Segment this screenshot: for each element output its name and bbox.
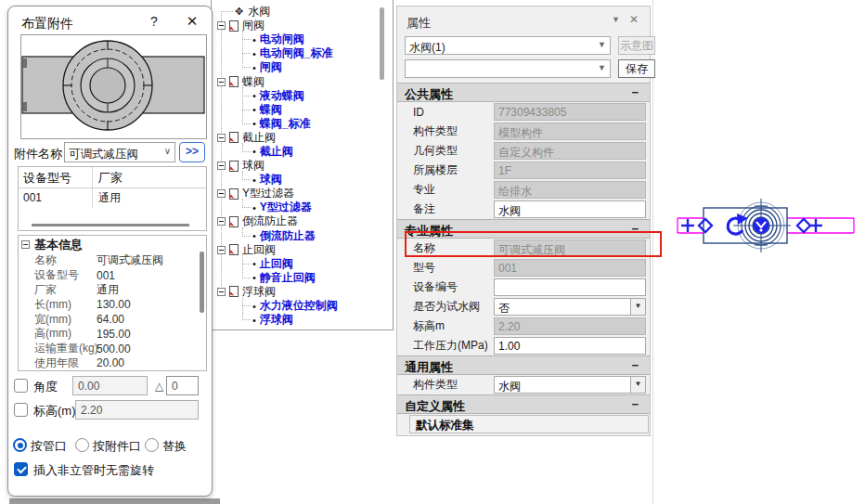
section-title: 公共属性 — [405, 86, 453, 103]
tree-item[interactable]: •倒流防止器 — [212, 229, 393, 243]
section-header[interactable]: 通用属性− — [397, 355, 650, 375]
basic-info-value: 130.00 — [97, 298, 206, 311]
basic-info-row[interactable]: 宽(mm)64.00 — [19, 312, 206, 327]
property-row: 构件类型水阀▼ — [397, 375, 650, 394]
tree-item[interactable]: •闸阀 — [212, 60, 393, 74]
standard-set-subheader[interactable]: 默认标准集 — [409, 415, 649, 433]
basic-info-row[interactable]: 使用年限20.00 — [19, 356, 206, 371]
elevation-checkbox[interactable] — [14, 403, 28, 417]
tree-item[interactable]: •止回阀 — [212, 257, 393, 271]
tree-scrollbar[interactable] — [380, 7, 384, 80]
save-button[interactable]: 保存 — [618, 59, 655, 78]
angle-input[interactable]: 0.00 — [72, 376, 148, 395]
tree-item[interactable]: •水力液位控制阀 — [212, 299, 393, 313]
dropdown-button[interactable]: ▼ — [630, 299, 645, 315]
vertical-scrollbar[interactable] — [200, 252, 204, 313]
tree-item[interactable]: •蝶阀_标准 — [212, 117, 393, 131]
tree-item[interactable]: •电动闸阀 — [212, 32, 393, 46]
tree-item[interactable]: •电动闸阀_标准 — [212, 46, 393, 60]
expand-button[interactable]: >> — [179, 142, 205, 162]
radio-3[interactable] — [145, 438, 159, 452]
collapse-minus-icon[interactable]: − — [631, 85, 639, 99]
tree-item[interactable]: Y型过滤器 — [212, 187, 393, 200]
collapse-icon[interactable] — [217, 78, 226, 86]
angle-delta-input[interactable]: 0 — [166, 376, 199, 395]
property-value[interactable]: 水阀▼ — [494, 376, 646, 394]
tree-item[interactable]: •Y型过滤器 — [212, 200, 393, 214]
tree-item[interactable]: 浮球阀 — [212, 285, 393, 299]
collapse-icon[interactable] — [217, 288, 226, 296]
selection-combo[interactable]: 水阀(1) ▼ — [405, 36, 611, 55]
tree-item[interactable]: ✥水阀 — [212, 5, 393, 19]
collapse-icon[interactable] — [217, 162, 226, 170]
preset-combo[interactable]: ▼ — [405, 59, 611, 78]
section-title: 通用属性 — [405, 359, 453, 376]
collapse-icon[interactable] — [217, 217, 226, 226]
basic-info-row[interactable]: 高(mm)195.00 — [19, 327, 206, 342]
section-header[interactable]: 专业属性− — [397, 219, 650, 239]
basic-info-row[interactable]: 运输重量(kg)500.00 — [19, 342, 206, 356]
tree-item[interactable]: 闸阀 — [212, 19, 393, 32]
property-value[interactable]: 1.00 — [494, 337, 646, 355]
panel-menu-icon[interactable]: ▼ — [612, 15, 620, 24]
property-row: 几何类型自定义构件 — [397, 141, 650, 161]
tree-connector — [242, 96, 251, 97]
dropdown-button[interactable]: ▼ — [630, 377, 645, 393]
radio-label-2: 按附件口 — [93, 438, 141, 455]
horizontal-scrollbar[interactable] — [32, 224, 189, 226]
collapse-minus-icon[interactable]: − — [631, 397, 639, 411]
tree-item[interactable]: 倒流防止器 — [212, 214, 393, 228]
collapse-icon[interactable] — [217, 134, 226, 142]
basic-info-row[interactable]: 厂家通用 — [19, 283, 206, 298]
property-value: 可调式减压阀 — [494, 239, 646, 257]
tree-item[interactable]: 止回阀 — [212, 243, 393, 257]
tree-item[interactable]: •蝶阀 — [212, 103, 393, 117]
basic-info-label: 宽(mm) — [19, 312, 97, 328]
table-cell: 通用 — [93, 188, 206, 208]
table-row[interactable]: 001通用 — [19, 188, 206, 208]
tree-item[interactable]: 蝶阀 — [212, 74, 393, 88]
tree-connector — [242, 151, 251, 152]
basic-info-label: 运输重量(kg) — [19, 341, 97, 356]
property-label: 所属楼层 — [397, 162, 494, 178]
panel-close-icon[interactable]: ✕ — [629, 13, 639, 26]
collapse-icon[interactable] — [217, 189, 226, 198]
tree-item[interactable]: •浮球阀 — [212, 313, 393, 327]
no-rotate-label: 插入非立管时无需旋转 — [33, 462, 154, 479]
diamond-grip-right[interactable] — [797, 219, 810, 232]
cad-view[interactable] — [661, 195, 865, 256]
property-value: 2.20 — [494, 317, 646, 335]
radio-2[interactable] — [75, 438, 89, 452]
collapse-minus-icon[interactable]: − — [631, 222, 639, 236]
basic-info-row[interactable]: 设备型号001 — [19, 268, 206, 283]
collapse-icon[interactable] — [217, 21, 226, 30]
tree-connector — [242, 123, 251, 124]
help-button[interactable]: ? — [146, 14, 162, 29]
close-button[interactable]: ✕ — [183, 13, 201, 30]
tree-item[interactable]: •球阀 — [212, 173, 393, 187]
section-header[interactable]: 公共属性− — [397, 83, 650, 102]
collapse-icon[interactable] — [217, 246, 226, 254]
section-header[interactable]: 自定义属性− — [397, 394, 650, 414]
schematic-button[interactable]: 示意图 — [618, 36, 655, 55]
accessory-name-select[interactable]: 可调式减压阀 ∨ — [64, 142, 175, 162]
property-value[interactable]: 水阀 — [494, 200, 646, 218]
tree-item[interactable]: 球阀 — [212, 159, 393, 173]
tree-item[interactable]: 截止阀 — [212, 131, 393, 145]
basic-info-row[interactable]: 名称可调式减压阀 — [19, 253, 206, 268]
component-icon — [229, 76, 239, 87]
tree-item[interactable]: •液动蝶阀 — [212, 89, 393, 103]
collapse-icon[interactable] — [21, 240, 30, 249]
basic-info-row[interactable]: 长(mm)130.00 — [19, 297, 206, 312]
property-value: 77309433805 — [494, 103, 646, 121]
angle-checkbox[interactable] — [14, 379, 28, 393]
collapse-minus-icon[interactable]: − — [631, 358, 639, 372]
radio-1[interactable] — [13, 438, 27, 452]
property-value[interactable]: 否▼ — [494, 298, 646, 316]
property-value[interactable] — [494, 278, 646, 296]
tree-item[interactable]: •静音止回阀 — [212, 271, 393, 285]
property-label: 构件类型 — [397, 377, 494, 393]
tree-item[interactable]: •截止阀 — [212, 145, 393, 159]
no-rotate-checkbox[interactable] — [14, 462, 28, 476]
elevation-input[interactable]: 2.20 — [75, 400, 199, 420]
